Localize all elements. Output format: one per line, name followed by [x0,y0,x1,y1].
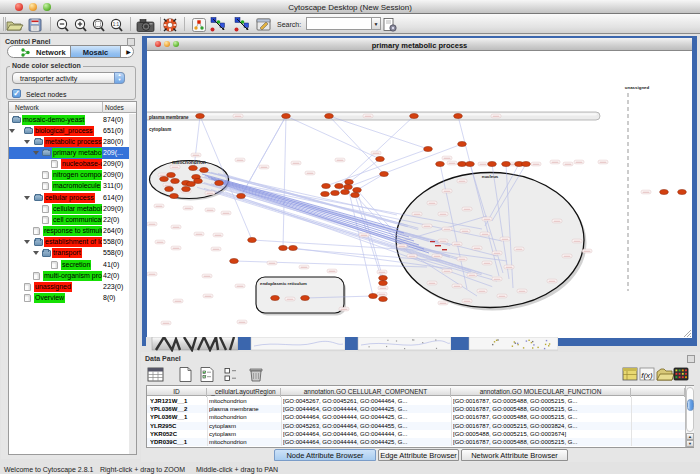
svg-text:1:1: 1:1 [113,22,120,27]
svg-text:f(x): f(x) [641,371,653,380]
svg-text:plasma membrane: plasma membrane [149,115,189,120]
svg-text:nucleus: nucleus [482,174,499,179]
svg-text:unassigned: unassigned [625,85,650,90]
svg-text:mitochondrion: mitochondrion [172,160,206,165]
svg-text:endoplasmic reticulum: endoplasmic reticulum [260,281,307,286]
svg-text:cytoplasm: cytoplasm [149,127,171,132]
